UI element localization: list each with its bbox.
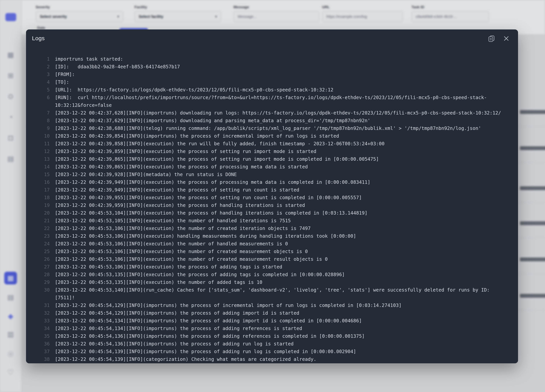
log-line: 11[2023-12-22 00:42:39,858][INFO](execut… xyxy=(37,140,509,148)
log-line: 14[2023-12-22 00:42:39,865][INFO](execut… xyxy=(37,163,509,171)
line-number: 21 xyxy=(37,217,50,225)
log-line: 38[2023-12-22 00:45:54,139][INFO](catego… xyxy=(37,356,509,363)
line-number: 17 xyxy=(37,186,50,194)
log-line: 35[2023-12-22 00:45:54,136][INFO](import… xyxy=(37,332,509,340)
log-text: [2023-12-22 00:42:39,865][INFO](executio… xyxy=(55,163,509,171)
line-number: 20 xyxy=(37,209,50,217)
log-text: [2023-12-22 00:45:54,134][INFO](importru… xyxy=(55,317,509,325)
close-icon[interactable] xyxy=(502,34,510,42)
log-text: [2023-12-22 00:45:53,106][INFO](executio… xyxy=(55,240,509,248)
line-number: 10 xyxy=(37,132,50,140)
log-text: [FROM]: xyxy=(55,71,509,78)
log-line: 10[2023-12-22 00:42:39,854][INFO](import… xyxy=(37,132,509,140)
line-number: 24 xyxy=(37,240,50,248)
line-number: 32 xyxy=(37,309,50,317)
log-line: 30[2023-12-22 00:45:53,140][INFO](run_ca… xyxy=(37,286,509,302)
log-line: 19[2023-12-22 00:42:39,959][INFO](execut… xyxy=(37,201,509,209)
line-number: 12 xyxy=(37,148,50,155)
line-number: 9 xyxy=(37,125,50,132)
line-number: 36 xyxy=(37,340,50,348)
line-number: 15 xyxy=(37,171,50,178)
log-line: 29[2023-12-22 00:45:53,135][INFO](execut… xyxy=(37,278,509,286)
line-number: 27 xyxy=(37,263,50,271)
log-line: 31[2023-12-22 00:45:54,129][INFO](import… xyxy=(37,302,509,309)
line-number: 2 xyxy=(37,63,50,71)
line-number: 26 xyxy=(37,255,50,263)
line-number: 19 xyxy=(37,201,50,209)
log-text: [2023-12-22 00:45:54,136][INFO](importru… xyxy=(55,332,509,340)
log-line: 20[2023-12-22 00:45:53,104][INFO](execut… xyxy=(37,209,509,217)
line-number: 11 xyxy=(37,140,50,148)
line-number: 13 xyxy=(37,155,50,163)
log-text: [2023-12-22 00:45:53,104][INFO](executio… xyxy=(55,209,509,217)
log-line: 21[2023-12-22 00:45:53,105][INFO](execut… xyxy=(37,217,509,225)
log-line: 4[TO]: xyxy=(37,78,509,86)
log-lines: 1importruns task started:2[ID]: ddaa3bb2… xyxy=(37,55,509,363)
line-number: 37 xyxy=(37,348,50,356)
log-line: 34[2023-12-22 00:45:54,134][INFO](import… xyxy=(37,325,509,332)
line-number: 18 xyxy=(37,194,50,201)
log-text: [TO]: xyxy=(55,78,509,86)
line-number: 8 xyxy=(37,117,50,125)
log-line: 36[2023-12-22 00:45:54,136][INFO](import… xyxy=(37,340,509,348)
log-text: [2023-12-22 00:42:39,949][INFO](executio… xyxy=(55,186,509,194)
log-text: [URL]: https://ts-factory.io/logs/dpdk-e… xyxy=(55,86,509,94)
line-number: 30 xyxy=(37,286,50,294)
line-number: 29 xyxy=(37,278,50,286)
log-text: [2023-12-22 00:42:39,959][INFO](executio… xyxy=(55,201,509,209)
log-text: importruns task started: xyxy=(55,55,509,63)
log-line: 18[2023-12-22 00:42:39,955][INFO](execut… xyxy=(37,194,509,201)
log-text: [2023-12-22 00:45:53,106][INFO](executio… xyxy=(55,232,509,240)
log-text: [2023-12-22 00:45:53,106][INFO](executio… xyxy=(55,225,509,232)
logs-modal: Logs 1importruns task started:2[ID]: dda… xyxy=(26,30,518,363)
log-viewer[interactable]: 1importruns task started:2[ID]: ddaa3bb2… xyxy=(37,55,509,363)
log-text: [2023-12-22 00:42:37,628][INFO](importru… xyxy=(55,109,509,117)
log-line: 32[2023-12-22 00:45:54,129][INFO](import… xyxy=(37,309,509,317)
log-text: [RUN]: curl http://localhost/prefix/impo… xyxy=(55,94,509,109)
log-text: [2023-12-22 00:45:54,139][INFO](importru… xyxy=(55,348,509,356)
line-number: 35 xyxy=(37,332,50,340)
log-line: 15[2023-12-22 00:42:39,928][INFO](metada… xyxy=(37,171,509,178)
modal-header-icons xyxy=(487,34,510,42)
line-number: 14 xyxy=(37,163,50,171)
log-line: 22[2023-12-22 00:45:53,106][INFO](execut… xyxy=(37,225,509,232)
line-number: 38 xyxy=(37,356,50,363)
log-text: [2023-12-22 00:42:39,955][INFO](executio… xyxy=(55,194,509,201)
log-text: [2023-12-22 00:45:54,139][INFO](categori… xyxy=(55,356,509,363)
log-line: 25[2023-12-22 00:45:53,106][INFO](execut… xyxy=(37,248,509,255)
log-text: [2023-12-22 00:42:39,858][INFO](executio… xyxy=(55,140,509,148)
log-text: [2023-12-22 00:45:54,136][INFO](importru… xyxy=(55,340,509,348)
log-line: 5[URL]: https://ts-factory.io/logs/dpdk-… xyxy=(37,86,509,94)
line-number: 23 xyxy=(37,232,50,240)
modal-title: Logs xyxy=(32,35,45,42)
log-line: 12[2023-12-22 00:42:39,859][INFO](execut… xyxy=(37,148,509,155)
log-text: [2023-12-22 00:45:53,106][INFO](executio… xyxy=(55,255,509,263)
log-line: 16[2023-12-22 00:42:39,949][INFO](execut… xyxy=(37,178,509,186)
log-line: 2[ID]: ddaa3bb2-9a28-4eef-b853-64174e857… xyxy=(37,63,509,71)
line-number: 4 xyxy=(37,78,50,86)
copy-log-icon[interactable] xyxy=(487,34,495,42)
log-line: 13[2023-12-22 00:42:39,865][INFO](execut… xyxy=(37,155,509,163)
line-number: 34 xyxy=(37,325,50,332)
log-text: [ID]: ddaa3bb2-9a28-4eef-b853-64174e857b… xyxy=(55,63,509,71)
line-number: 31 xyxy=(37,302,50,309)
log-line: 26[2023-12-22 00:45:53,106][INFO](execut… xyxy=(37,255,509,263)
log-line: 1importruns task started: xyxy=(37,55,509,63)
line-number: 25 xyxy=(37,248,50,255)
log-text: [2023-12-22 00:45:54,129][INFO](importru… xyxy=(55,309,509,317)
line-number: 7 xyxy=(37,109,50,117)
log-line: 23[2023-12-22 00:45:53,106][INFO](execut… xyxy=(37,232,509,240)
log-text: [2023-12-22 00:45:54,129][INFO](importru… xyxy=(55,302,509,309)
log-line: 24[2023-12-22 00:45:53,106][INFO](execut… xyxy=(37,240,509,248)
line-number: 16 xyxy=(37,178,50,186)
log-text: [2023-12-22 00:42:37,629][INFO](importru… xyxy=(55,117,509,125)
log-line: 8[2023-12-22 00:42:37,629][INFO](importr… xyxy=(37,117,509,125)
log-line: 3[FROM]: xyxy=(37,71,509,78)
log-line: 6[RUN]: curl http://localhost/prefix/imp… xyxy=(37,94,509,109)
log-line: 28[2023-12-22 00:45:53,135][INFO](execut… xyxy=(37,271,509,278)
log-text: [2023-12-22 00:42:39,859][INFO](executio… xyxy=(55,148,509,155)
line-number: 3 xyxy=(37,71,50,78)
line-number: 5 xyxy=(37,86,50,94)
log-line: 27[2023-12-22 00:45:53,106][INFO](execut… xyxy=(37,263,509,271)
log-text: [2023-12-22 00:45:53,106][INFO](executio… xyxy=(55,248,509,255)
